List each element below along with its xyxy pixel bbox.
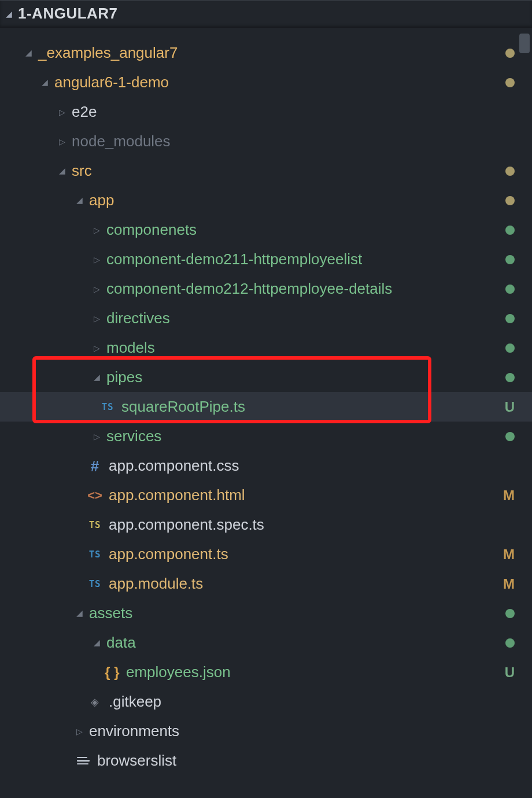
git-status-dot xyxy=(505,226,515,235)
git-status-dot xyxy=(505,432,515,441)
chevron-right-icon[interactable]: ▷ xyxy=(91,255,102,264)
git-status-dot xyxy=(505,167,515,176)
typescript-icon: TS xyxy=(102,402,113,412)
tree-item-src[interactable]: ◢src xyxy=(0,156,532,186)
tree-item-label: data xyxy=(106,634,136,652)
chevron-down-icon[interactable]: ◢ xyxy=(39,77,50,87)
list-icon xyxy=(77,757,90,765)
git-status-letter: U xyxy=(505,399,515,415)
tree-item-label: browserslist xyxy=(97,752,176,770)
tree-item-directives[interactable]: ▷directives xyxy=(0,304,532,333)
git-status-letter: M xyxy=(503,576,515,592)
tree-item-label: _examples_angular7 xyxy=(38,44,178,62)
git-status-letter: M xyxy=(503,546,515,563)
chevron-right-icon[interactable]: ▷ xyxy=(91,285,102,294)
chevron-down-icon[interactable]: ◢ xyxy=(23,48,34,57)
tree-item-label: models xyxy=(106,339,155,357)
chevron-down-icon[interactable]: ◢ xyxy=(57,166,67,175)
tree-item-label: services xyxy=(106,427,161,445)
tree-item-label: employees.json xyxy=(126,663,231,681)
tree-item-label: pipes xyxy=(106,368,142,386)
workspace-title: 1-ANGULAR7 xyxy=(18,5,118,23)
css-icon: # xyxy=(91,459,99,474)
tree-item-services[interactable]: ▷services xyxy=(0,422,532,451)
tree-item-label: app.component.html xyxy=(109,486,245,504)
file-icon: ◈ xyxy=(91,696,99,708)
tree-item-employees-json[interactable]: { }employees.jsonU xyxy=(0,657,532,687)
tree-item-label: environments xyxy=(89,722,179,740)
chevron-right-icon[interactable]: ▷ xyxy=(91,314,102,323)
chevron-right-icon[interactable]: ▷ xyxy=(57,108,67,117)
tree-item-environments[interactable]: ▷environments xyxy=(0,716,532,746)
git-status-letter: M xyxy=(503,487,515,504)
tree-item-component-demo211-httpemployeelist[interactable]: ▷component-demo211-httpemployeelist xyxy=(0,245,532,274)
tree-item-label: squareRootPipe.ts xyxy=(121,398,245,416)
chevron-right-icon[interactable]: ▷ xyxy=(91,432,102,441)
tree-item-label: app.component.css xyxy=(109,457,239,475)
tree-item-label: app xyxy=(89,191,114,209)
git-status-dot xyxy=(505,255,515,264)
json-icon: { } xyxy=(105,666,119,679)
git-status-dot xyxy=(505,609,515,618)
tree-item-app-component-spec-ts[interactable]: TSapp.component.spec.ts xyxy=(0,510,532,540)
html-icon: <> xyxy=(87,489,102,502)
file-tree: ◢_examples_angular7◢angular6-1-demo▷e2e▷… xyxy=(0,28,532,775)
chevron-down-icon[interactable]: ◢ xyxy=(91,372,102,382)
typescript-icon: TS xyxy=(89,579,101,589)
tree-item--examples-angular7[interactable]: ◢_examples_angular7 xyxy=(0,38,532,68)
git-status-dot xyxy=(505,78,515,87)
tree-item-app[interactable]: ◢app xyxy=(0,186,532,215)
tree-item-app-module-ts[interactable]: TSapp.module.tsM xyxy=(0,569,532,598)
chevron-down-icon[interactable]: ◢ xyxy=(91,638,102,647)
git-status-dot xyxy=(505,373,515,382)
chevron-down-icon: ◢ xyxy=(6,9,12,19)
tree-item-label: component-demo211-httpemployeelist xyxy=(106,250,362,268)
tree-item-label: app.component.ts xyxy=(109,545,228,563)
tree-item-app-component-ts[interactable]: TSapp.component.tsM xyxy=(0,540,532,569)
tree-item-models[interactable]: ▷models xyxy=(0,333,532,363)
explorer-header[interactable]: ◢ 1-ANGULAR7 xyxy=(0,0,532,28)
tree-item-label: app.component.spec.ts xyxy=(109,516,264,534)
chevron-right-icon[interactable]: ▷ xyxy=(57,137,67,146)
tree-item-browserslist[interactable]: browserslist xyxy=(0,746,532,775)
tree-item-pipes[interactable]: ◢pipes xyxy=(0,363,532,392)
tree-item-assets[interactable]: ◢assets xyxy=(0,598,532,628)
typescript-spec-icon: TS xyxy=(89,520,101,530)
git-status-dot xyxy=(505,196,515,205)
tree-item-squarerootpipe-ts[interactable]: TSsquareRootPipe.tsU xyxy=(0,392,532,422)
chevron-right-icon[interactable]: ▷ xyxy=(91,226,102,235)
tree-item-label: .gitkeep xyxy=(109,693,161,711)
git-status-letter: U xyxy=(505,664,515,681)
scrollbar-thumb[interactable] xyxy=(519,34,530,53)
git-status-dot xyxy=(505,49,515,58)
tree-item-label: component-demo212-httpemployee-details xyxy=(106,280,392,298)
git-status-dot xyxy=(505,285,515,294)
git-status-dot xyxy=(505,314,515,323)
chevron-right-icon[interactable]: ▷ xyxy=(91,343,102,353)
git-status-dot xyxy=(505,638,515,648)
tree-item-label: angular6-1-demo xyxy=(54,73,169,91)
chevron-down-icon[interactable]: ◢ xyxy=(74,195,84,205)
tree-item-app-component-html[interactable]: <>app.component.htmlM xyxy=(0,481,532,510)
tree-item-label: componenets xyxy=(106,221,197,239)
chevron-down-icon[interactable]: ◢ xyxy=(74,608,84,618)
tree-item-data[interactable]: ◢data xyxy=(0,628,532,657)
typescript-icon: TS xyxy=(89,550,101,559)
tree-item-componenets[interactable]: ▷componenets xyxy=(0,215,532,245)
tree-item-label: assets xyxy=(89,604,132,622)
tree-item-component-demo212-httpemployee-details[interactable]: ▷component-demo212-httpemployee-details xyxy=(0,274,532,304)
tree-item-e2e[interactable]: ▷e2e xyxy=(0,97,532,127)
tree-item-label: app.module.ts xyxy=(109,575,203,593)
tree-item-label: directives xyxy=(106,309,170,327)
git-status-dot xyxy=(505,343,515,353)
chevron-right-icon[interactable]: ▷ xyxy=(74,727,84,736)
tree-item-node-modules[interactable]: ▷node_modules xyxy=(0,127,532,156)
tree-item-label: e2e xyxy=(72,103,97,121)
tree-item-app-component-css[interactable]: #app.component.css xyxy=(0,451,532,481)
tree-item-label: src xyxy=(72,162,92,180)
tree-item-angular6-1-demo[interactable]: ◢angular6-1-demo xyxy=(0,68,532,97)
tree-item-label: node_modules xyxy=(72,132,171,150)
tree-item--gitkeep[interactable]: ◈.gitkeep xyxy=(0,687,532,716)
